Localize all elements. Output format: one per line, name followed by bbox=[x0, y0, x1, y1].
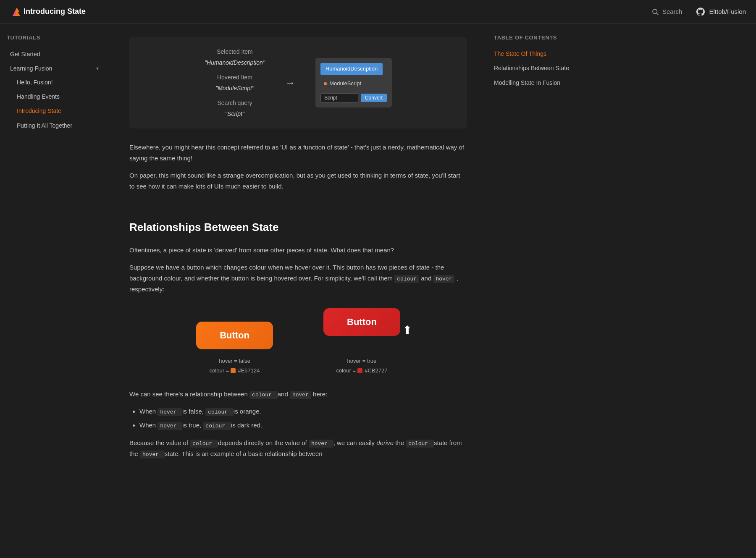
code-hover-6: hover bbox=[140, 451, 165, 458]
demo-module-script: ■ ModuleScript bbox=[320, 78, 387, 90]
svg-line-4 bbox=[656, 13, 658, 15]
code-hover-2: hover bbox=[290, 391, 311, 399]
section-heading: Relationships Between State bbox=[129, 219, 467, 236]
code-colour-6: colour bbox=[406, 440, 434, 448]
github-link[interactable]: Elttob/Fusion bbox=[696, 7, 746, 17]
code-colour-2: colour bbox=[249, 391, 278, 399]
sidebar-item-handling-events[interactable]: Handling Events bbox=[13, 90, 102, 103]
module-icon: ■ bbox=[324, 80, 327, 88]
colour-false-value: #E57124 bbox=[238, 367, 260, 374]
code-colour-4: colour bbox=[203, 422, 231, 430]
sidebar-group-children: Hello, Fusion! Handling Events Introduci… bbox=[7, 76, 102, 133]
code-hover-3: hover bbox=[158, 408, 182, 416]
demo-script-input[interactable] bbox=[320, 93, 358, 102]
arrow-icon: → bbox=[285, 75, 295, 91]
colour-true-text: colour = #CB2727 bbox=[336, 366, 387, 375]
para-2: On paper, this might sound like a strang… bbox=[129, 170, 467, 191]
toc-item-modelling[interactable]: Modelling State In Fusion bbox=[494, 76, 573, 89]
demo-section: Selected Item "HumanoidDescription" Hove… bbox=[129, 37, 467, 128]
code-colour-5: colour bbox=[190, 440, 218, 448]
button-state-true-info: hover = true colour = #CB2727 bbox=[336, 356, 387, 376]
section-para-2: Suppose we have a button which changes c… bbox=[129, 262, 467, 294]
demo-selected-item: HumanoidDescription bbox=[320, 63, 383, 75]
button-label-2: Button bbox=[347, 317, 377, 327]
hovered-item-label: Hovered Item "ModuleScript" bbox=[205, 73, 265, 93]
para-4: Because the value of colour depends dire… bbox=[129, 437, 467, 459]
demo-selected-badge: HumanoidDescription bbox=[320, 63, 387, 78]
main-content: Selected Item "HumanoidDescription" Hove… bbox=[109, 24, 487, 558]
header: Introducing State Search Elttob/Fusion bbox=[0, 0, 756, 24]
toc-item-relationships[interactable]: Relationships Between State bbox=[494, 62, 573, 74]
demo-button-red[interactable]: Button bbox=[323, 308, 400, 336]
demo-ui-panel: HumanoidDescription ■ ModuleScript Conve… bbox=[315, 58, 392, 107]
para-3: We can see there's a relationship betwee… bbox=[129, 389, 467, 400]
hover-false-text: hover = false bbox=[210, 356, 260, 366]
red-swatch bbox=[357, 368, 362, 373]
button-demo-true: Button ⬆ hover = true colour = #CB2727 bbox=[323, 308, 400, 376]
chevron-down-icon: ▾ bbox=[96, 65, 99, 73]
and-text: and bbox=[421, 275, 431, 282]
button-state-false-info: hover = false colour = #E57124 bbox=[210, 356, 260, 376]
github-icon bbox=[696, 7, 706, 17]
page-title: Introducing State bbox=[24, 5, 86, 18]
code-colour-3: colour bbox=[205, 408, 234, 416]
module-script-label: ModuleScript bbox=[329, 79, 361, 88]
colour-true-value: #CB2727 bbox=[365, 367, 387, 374]
bullet-item-1: When hover is false, colour is orange. bbox=[139, 406, 467, 417]
code-hover-4: hover bbox=[158, 422, 182, 430]
code-hover: hover bbox=[433, 275, 454, 283]
button-cursor-wrapper: Button ⬆ bbox=[323, 308, 400, 336]
search-label: Search bbox=[662, 7, 682, 17]
github-label: Elttob/Fusion bbox=[709, 7, 746, 17]
sidebar-item-get-started[interactable]: Get Started bbox=[7, 47, 102, 61]
selected-item-label: Selected Item bbox=[205, 47, 265, 56]
toc-item-state-of-things[interactable]: The State Of Things bbox=[494, 47, 573, 60]
demo-info-selected: Selected Item "HumanoidDescription" Hove… bbox=[205, 47, 265, 118]
search-query-info: Search query "Script" bbox=[205, 98, 265, 119]
section-divider bbox=[129, 205, 467, 205]
button-demo-false: Button hover = false colour = #E57124 bbox=[196, 322, 273, 376]
code-hover-5: hover bbox=[309, 440, 333, 448]
tutorials-label: Tutorials bbox=[7, 34, 102, 42]
bullet-item-2: When hover is true, colour is dark red. bbox=[139, 420, 467, 431]
button-label-1: Button bbox=[220, 330, 249, 341]
convert-button[interactable]: Convert bbox=[361, 94, 387, 102]
sidebar-group-learning-fusion: Learning Fusion ▾ Hello, Fusion! Handlin… bbox=[7, 62, 102, 132]
search-icon bbox=[651, 8, 659, 16]
logo-icon bbox=[10, 5, 24, 18]
colour-false-text: colour = #E57124 bbox=[210, 366, 260, 375]
learning-fusion-label: Learning Fusion bbox=[10, 64, 52, 73]
hover-true-text: hover = true bbox=[336, 356, 387, 366]
button-demo-area: Button hover = false colour = #E57124 Bu… bbox=[129, 308, 467, 376]
section-para-1: Oftentimes, a piece of state is 'derived… bbox=[129, 245, 467, 256]
table-of-contents: Table of contents The State Of Things Re… bbox=[487, 24, 580, 558]
main-layout: Tutorials Get Started Learning Fusion ▾ … bbox=[0, 24, 756, 558]
para-1: Elsewhere, you might hear this concept r… bbox=[129, 142, 467, 163]
sidebar-item-hello-fusion[interactable]: Hello, Fusion! bbox=[13, 76, 102, 89]
bullet-list: When hover is false, colour is orange. W… bbox=[139, 406, 467, 431]
search-button[interactable]: Search bbox=[651, 7, 682, 17]
cursor-icon: ⬆ bbox=[402, 321, 412, 340]
sidebar-group-header-learning-fusion[interactable]: Learning Fusion ▾ bbox=[7, 62, 102, 75]
sidebar: Tutorials Get Started Learning Fusion ▾ … bbox=[0, 24, 109, 558]
orange-swatch bbox=[231, 368, 236, 373]
demo-button-orange[interactable]: Button bbox=[196, 322, 273, 349]
svg-point-3 bbox=[653, 9, 657, 14]
sidebar-item-introducing-state[interactable]: Introducing State bbox=[13, 104, 102, 118]
selected-item-value: "HumanoidDescription" bbox=[205, 58, 265, 67]
toc-title: Table of contents bbox=[494, 34, 573, 42]
code-colour: colour bbox=[394, 275, 419, 283]
derive-italic: derive bbox=[376, 439, 394, 446]
sidebar-item-putting-together[interactable]: Putting It All Together bbox=[13, 119, 102, 132]
demo-script-row: Convert bbox=[320, 93, 387, 102]
